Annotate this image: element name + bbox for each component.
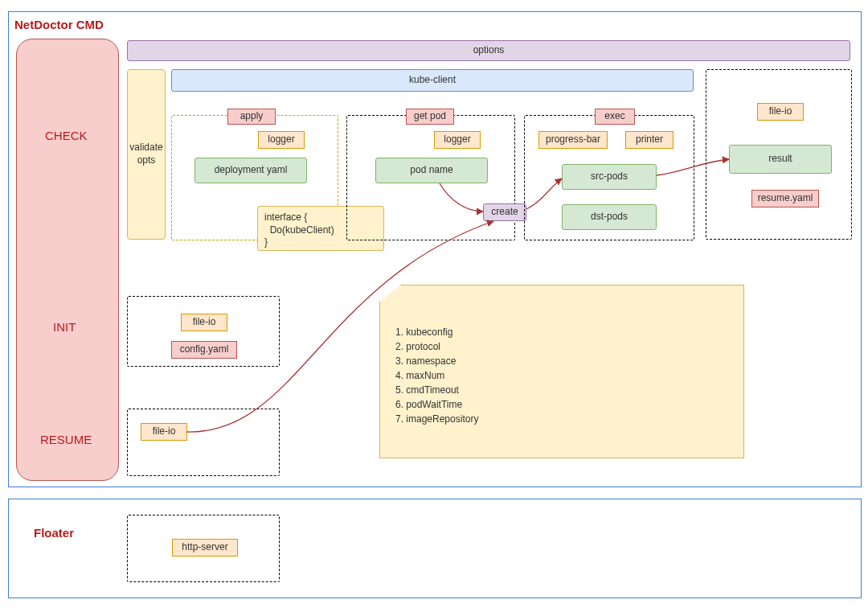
pod-name: pod name [375,158,488,183]
src-pods: src-pods [562,164,657,190]
note-l6: 6. podWaitTime [395,397,478,412]
result-box: result [729,145,832,174]
kube-client-bar: kube-client [171,69,694,92]
sidebar-label-resume: RESUME [40,433,92,446]
getpod-header: get pod [406,109,454,125]
resume-yaml: resume.yaml [751,190,819,207]
sidebar-label-init: INIT [53,320,76,334]
panel-title-netdoctor: NetDoctor CMD [14,18,104,31]
options-note-list: 1. kubeconfig 2. protocol 3. namespace 4… [395,325,478,426]
resume-fileio: file-io [141,423,187,441]
note-l1: 1. kubeconfig [395,325,478,339]
apply-header: apply [227,109,276,125]
resume-group [127,409,280,476]
command-sidebar [16,39,119,481]
note-l3: 3. namespace [395,354,478,368]
exec-header: exec [595,109,635,125]
note-l5: 5. cmdTimeout [395,383,478,397]
options-bar: options [127,40,850,61]
panel-title-floater: Floater [34,526,74,540]
exec-printer: printer [625,131,674,149]
sidebar-label-check: CHECK [45,129,88,142]
note-l2: 2. protocol [395,339,478,354]
getpod-logger: logger [434,131,481,149]
create-box: create [483,203,526,221]
dst-pods: dst-pods [562,204,657,230]
config-yaml: config.yaml [171,341,237,359]
note-l7: 7. imageRepository [395,412,478,426]
exec-progress: progress-bar [538,131,608,149]
validate-opts: validate opts [127,69,166,240]
right-fileio: file-io [757,103,804,121]
http-server: http-server [172,539,238,556]
apply-logger: logger [258,131,305,149]
init-fileio: file-io [181,314,227,331]
deployment-yaml: deployment yaml [194,158,307,183]
note-l4: 4. maxNum [395,368,478,383]
